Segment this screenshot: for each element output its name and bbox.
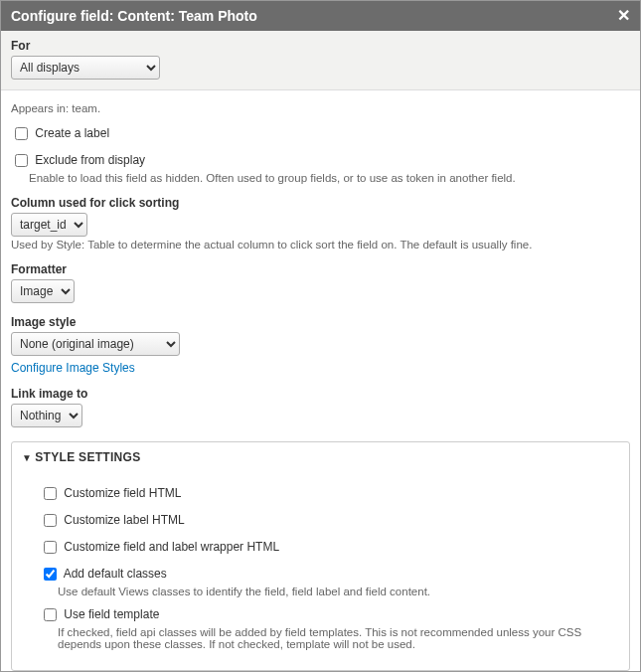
modal-title: Configure field: Content: Team Photo (11, 8, 257, 24)
customize-wrapper-html-row[interactable]: Customize field and label wrapper HTML (40, 540, 279, 554)
appears-in-text: Appears in: team. (11, 102, 630, 114)
field-template-help: If checked, field api classes will be ad… (58, 626, 619, 650)
exclude-label: Exclude from display (35, 153, 145, 167)
customize-field-html-row[interactable]: Customize field HTML (40, 486, 181, 500)
style-settings-fieldset: STYLE SETTINGS Customize field HTML Cust… (11, 441, 630, 671)
default-classes-checkbox[interactable] (44, 568, 57, 581)
formatter-label: Formatter (11, 262, 630, 276)
style-settings-summary[interactable]: STYLE SETTINGS (12, 442, 629, 472)
default-classes-row[interactable]: Add default classes (40, 567, 167, 581)
close-icon[interactable]: ✕ (617, 8, 630, 24)
for-select[interactable]: All displays (11, 56, 160, 80)
exclude-help: Enable to load this field as hidden. Oft… (29, 172, 630, 184)
field-template-checkbox[interactable] (44, 608, 57, 621)
exclude-row[interactable]: Exclude from display (11, 153, 145, 167)
default-classes-help: Use default Views classes to identify th… (58, 586, 619, 597)
exclude-checkbox[interactable] (15, 154, 28, 167)
modal-content: Appears in: team. Create a label Exclude… (1, 90, 640, 671)
customize-label-html-checkbox[interactable] (44, 514, 57, 527)
customize-field-html-checkbox[interactable] (44, 487, 57, 500)
field-template-row[interactable]: Use field template (40, 607, 159, 621)
customize-label-html-row[interactable]: Customize label HTML (40, 513, 185, 527)
click-sort-select[interactable]: target_id (11, 213, 87, 237)
configure-field-modal: Configure field: Content: Team Photo ✕ F… (0, 0, 641, 672)
for-section: For All displays (1, 31, 640, 90)
create-label-checkbox[interactable] (15, 127, 28, 140)
link-to-label: Link image to (11, 387, 630, 401)
modal-header: Configure field: Content: Team Photo ✕ (1, 1, 640, 31)
configure-image-styles-link[interactable]: Configure Image Styles (11, 361, 135, 375)
link-to-select[interactable]: Nothing (11, 404, 82, 427)
image-style-select[interactable]: None (original image) (11, 332, 180, 356)
create-label-text: Create a label (35, 126, 109, 140)
formatter-select[interactable]: Image (11, 279, 75, 303)
click-sort-label: Column used for click sorting (11, 196, 630, 210)
customize-wrapper-html-checkbox[interactable] (44, 541, 57, 554)
for-label: For (11, 39, 630, 53)
create-label-row[interactable]: Create a label (11, 126, 109, 140)
image-style-label: Image style (11, 315, 630, 329)
click-sort-help: Used by Style: Table to determine the ac… (11, 239, 630, 251)
